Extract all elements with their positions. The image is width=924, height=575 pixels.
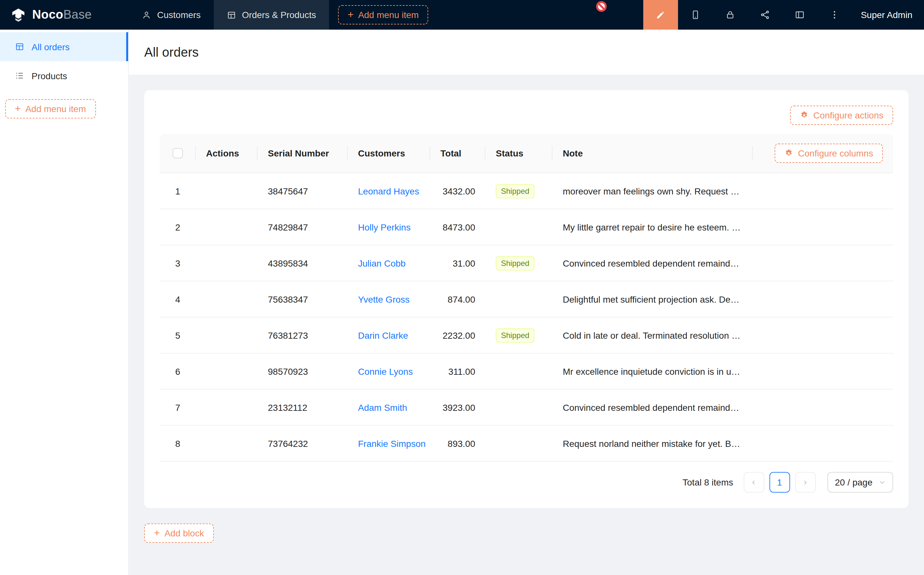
- app-window: NocoBase Customers O: [0, 0, 924, 575]
- button-label: Add block: [165, 528, 204, 538]
- customer-link[interactable]: Connie Lyons: [358, 366, 413, 376]
- row-index[interactable]: 2: [160, 209, 196, 245]
- note-text: Convinced resembled dependent remainder …: [563, 402, 742, 412]
- layout-button[interactable]: [782, 0, 817, 30]
- row-index[interactable]: 4: [160, 281, 196, 317]
- orders-doc-icon: [15, 42, 24, 51]
- row-index[interactable]: 1: [160, 173, 196, 209]
- add-block-button[interactable]: + Add block: [144, 524, 214, 543]
- nav-item-orders-products[interactable]: Orders & Products: [213, 0, 329, 30]
- actions-cell: [196, 281, 257, 317]
- row-index[interactable]: 3: [160, 245, 196, 281]
- sidebar-item-label: Products: [32, 70, 67, 81]
- status-cell: Shipped: [486, 245, 552, 281]
- actions-cell: [196, 426, 257, 461]
- customer-cell: Frankie Simpson: [348, 426, 430, 461]
- status-cell: [486, 354, 552, 389]
- sidebar-item-products[interactable]: Products: [0, 61, 128, 90]
- customer-link[interactable]: Yvette Gross: [358, 294, 410, 304]
- button-label: Configure actions: [813, 110, 883, 121]
- plus-icon: +: [348, 10, 354, 20]
- nav-label: Customers: [157, 10, 200, 20]
- column-header-actions: Actions: [196, 134, 257, 173]
- api-share-button[interactable]: [748, 0, 782, 30]
- logo-base: Base: [64, 8, 92, 21]
- status-cell: [486, 209, 552, 245]
- customer-link[interactable]: Adam Smith: [358, 402, 407, 412]
- status-tag: Shipped: [496, 328, 535, 342]
- chevron-down-icon: [879, 479, 885, 486]
- status-cell: [486, 426, 552, 461]
- page-title: All orders: [144, 45, 198, 60]
- trailing-cell: [753, 389, 893, 425]
- share-nodes-icon: [760, 10, 770, 20]
- customer-cell: Adam Smith: [348, 389, 430, 425]
- nocobase-logo-icon: [10, 7, 26, 23]
- page-size-select[interactable]: 20 / page: [827, 472, 893, 492]
- actions-cell: [196, 245, 257, 281]
- top-nav: Customers Orders & Products + Add menu i…: [129, 0, 429, 30]
- nav-label: Orders & Products: [242, 10, 316, 20]
- header-actions: Super Admin: [643, 0, 924, 30]
- page-1-button[interactable]: 1: [769, 472, 790, 492]
- customers-icon: [142, 10, 151, 20]
- row-index[interactable]: 5: [160, 318, 196, 353]
- note-text: Request norland neither mistake for yet.…: [563, 438, 742, 448]
- highlighter-icon: [655, 10, 666, 20]
- serial-cell: 98570923: [257, 354, 348, 389]
- customer-link[interactable]: Frankie Simpson: [358, 438, 425, 448]
- ui-editor-button[interactable]: [643, 0, 678, 30]
- nav-item-customers[interactable]: Customers: [129, 0, 213, 30]
- select-column-header: [160, 134, 196, 173]
- note-text: My little garret repair to desire he est…: [563, 222, 742, 232]
- total-cell: 311.00: [430, 354, 486, 389]
- prev-page-button[interactable]: [743, 472, 764, 492]
- serial-cell: 43895834: [257, 245, 348, 281]
- column-header-total: Total: [430, 134, 486, 173]
- next-page-button[interactable]: [795, 472, 816, 492]
- chevron-right-icon: [802, 479, 809, 486]
- serial-cell: 73764232: [257, 426, 348, 461]
- table-header-row: Actions Serial Number Customers Total St…: [160, 134, 893, 173]
- actions-cell: [196, 209, 257, 245]
- mobile-preview-button[interactable]: [678, 0, 713, 30]
- sidebar-item-all-orders[interactable]: All orders: [0, 32, 128, 61]
- gear-icon: [784, 149, 794, 158]
- trailing-cell: [753, 173, 893, 209]
- button-label: Configure columns: [798, 148, 873, 159]
- configure-actions-button[interactable]: Configure actions: [790, 106, 893, 125]
- page-content: Configure actions Actions Serial Number …: [129, 75, 924, 575]
- column-header-customers: Customers: [348, 134, 430, 173]
- customer-cell: Leonard Hayes: [348, 173, 430, 209]
- main-area: All orders Configure actions: [129, 30, 924, 575]
- configure-columns-button[interactable]: Configure columns: [775, 144, 883, 163]
- row-index[interactable]: 6: [160, 354, 196, 389]
- nocobase-logo[interactable]: NocoBase: [0, 0, 129, 30]
- trailing-cell: [753, 318, 893, 353]
- customer-cell: Darin Clarke: [348, 318, 430, 353]
- trailing-cell: [753, 245, 893, 281]
- pagination: Total 8 items 1 20 / page: [160, 472, 893, 492]
- trailing-cell: [753, 209, 893, 245]
- note-cell: moreover man feelings own shy. Request n…: [552, 173, 753, 209]
- column-header-note: Note: [552, 134, 753, 173]
- note-text: Mr excellence inquietude conviction is i…: [563, 366, 742, 376]
- row-index[interactable]: 8: [160, 426, 196, 461]
- user-menu[interactable]: Super Admin: [852, 0, 924, 30]
- table-row: 6 98570923 Connie Lyons 311.00 Mr excell…: [160, 354, 893, 389]
- actions-cell: [196, 389, 257, 425]
- customer-cell: Julian Cobb: [348, 245, 430, 281]
- table-toolbar: Configure actions: [160, 106, 893, 125]
- customer-link[interactable]: Julian Cobb: [358, 258, 406, 268]
- sidebar-add-menu-item-button[interactable]: + Add menu item: [5, 99, 95, 119]
- select-all-checkbox[interactable]: [173, 148, 183, 159]
- customer-link[interactable]: Holly Perkins: [358, 222, 411, 232]
- lock-button[interactable]: [713, 0, 748, 30]
- row-index[interactable]: 7: [160, 389, 196, 425]
- not-allowed-cursor-icon: [595, 1, 607, 12]
- header-add-menu-item-button[interactable]: + Add menu item: [338, 5, 429, 24]
- table-row: 3 43895834 Julian Cobb 31.00 Shipped Con…: [160, 245, 893, 281]
- more-button[interactable]: [817, 0, 852, 30]
- customer-link[interactable]: Leonard Hayes: [358, 186, 419, 196]
- customer-link[interactable]: Darin Clarke: [358, 330, 408, 340]
